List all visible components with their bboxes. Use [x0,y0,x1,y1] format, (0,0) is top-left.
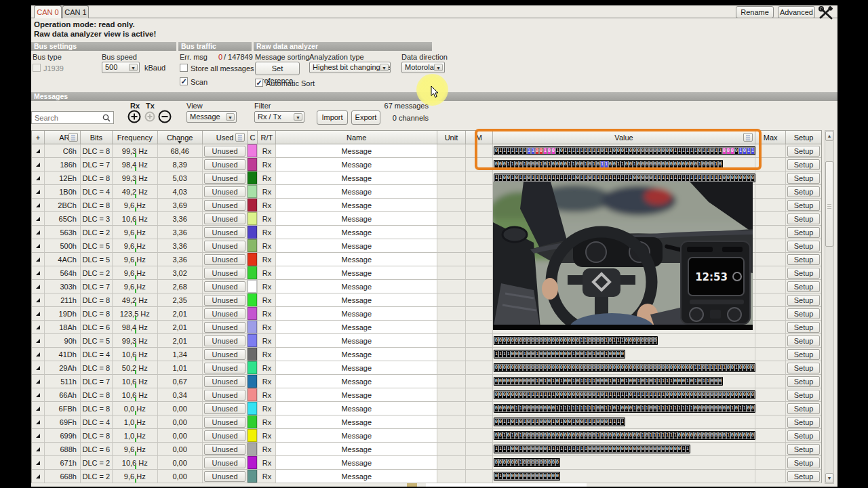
unused-button[interactable]: Unused [204,403,245,414]
scroll-up-icon[interactable]: ▲ [825,131,833,141]
unused-button[interactable]: Unused [204,308,245,319]
expander-icon[interactable] [32,456,45,470]
expander-icon[interactable] [32,321,45,334]
unused-button[interactable]: Unused [204,254,245,265]
color-swatch[interactable] [248,334,258,348]
color-swatch[interactable] [248,307,258,321]
color-swatch[interactable] [248,239,258,253]
arb-filter-icon[interactable] [68,133,78,142]
color-swatch[interactable] [248,144,258,158]
unused-button[interactable]: Unused [204,227,245,238]
unused-button[interactable]: Unused [204,390,245,401]
setup-button[interactable]: Setup [787,214,820,224]
tab-can1[interactable]: CAN 1 [62,5,89,18]
j1939-checkbox[interactable] [33,64,41,72]
color-swatch[interactable] [248,361,258,375]
unused-button[interactable]: Unused [204,336,245,346]
message-name[interactable]: Message [276,415,437,429]
message-name[interactable]: Message [276,388,437,402]
setup-button[interactable]: Setup [787,281,820,292]
message-name[interactable]: Message [276,334,437,348]
setup-button[interactable]: Setup [787,336,820,346]
col-arb[interactable]: ARB. [45,131,81,144]
col-expand[interactable]: + [32,131,45,144]
expander-icon[interactable] [32,415,45,429]
expander-icon[interactable] [32,253,45,266]
unused-button[interactable]: Unused [204,417,245,428]
setup-button[interactable]: Setup [787,308,820,319]
col-frequency[interactable]: Frequency [113,131,158,144]
expander-icon[interactable] [32,266,45,280]
message-name[interactable]: Message [276,212,437,226]
unused-button[interactable]: Unused [204,376,245,387]
col-used[interactable]: Used [203,131,248,144]
expander-icon[interactable] [32,280,45,293]
search-input[interactable] [35,113,102,123]
scrollbar-thumb[interactable] [825,161,833,247]
used-filter-icon[interactable] [235,133,245,142]
unused-button[interactable]: Unused [204,363,245,373]
unused-button[interactable]: Unused [204,159,245,170]
col-color[interactable]: C [248,131,258,144]
color-swatch[interactable] [248,443,258,456]
setup-button[interactable]: Setup [787,322,820,333]
expander-icon[interactable] [32,402,45,415]
expander-icon[interactable] [32,185,45,199]
expander-icon[interactable] [32,429,45,443]
tools-icon[interactable] [818,5,835,21]
color-swatch[interactable] [248,321,258,334]
message-name[interactable]: Message [276,199,437,212]
expander-icon[interactable] [32,443,45,456]
message-name[interactable]: Message [276,375,437,388]
scan-checkbox[interactable]: ✓ [180,77,188,85]
analyzation-type-select[interactable]: Highest bit changing freq ▼ [309,62,391,73]
col-rt[interactable]: R/T [258,131,276,144]
color-swatch[interactable] [248,280,258,293]
color-swatch[interactable] [248,158,258,171]
setup-button[interactable]: Setup [787,430,820,441]
color-swatch[interactable] [248,293,258,307]
table-row[interactable]: 66AhDLC = 810,6 Hz0,34UnusedRxMessage000… [32,388,821,402]
setup-button[interactable]: Setup [787,241,820,251]
message-name[interactable]: Message [276,144,437,158]
unused-button[interactable]: Unused [204,241,245,251]
expander-icon[interactable] [32,470,45,483]
col-name[interactable]: Name [276,131,437,144]
message-name[interactable]: Message [276,226,437,239]
setup-button[interactable]: Setup [787,376,820,387]
unused-button[interactable]: Unused [204,295,245,306]
unused-button[interactable]: Unused [204,444,245,455]
message-name[interactable]: Message [276,470,437,483]
unused-button[interactable]: Unused [204,268,245,279]
import-button[interactable]: Import [317,110,348,125]
setup-button[interactable]: Setup [787,363,820,373]
message-name[interactable]: Message [276,361,437,375]
unused-button[interactable]: Unused [204,349,245,360]
unused-button[interactable]: Unused [204,200,245,211]
unused-button[interactable]: Unused [204,430,245,441]
expander-icon[interactable] [32,375,45,388]
color-swatch[interactable] [248,429,258,443]
setup-button[interactable]: Setup [787,295,820,306]
expander-icon[interactable] [32,348,45,361]
store-all-checkbox[interactable] [180,64,188,72]
unused-button[interactable]: Unused [204,322,245,333]
color-swatch[interactable] [248,199,258,212]
setup-button[interactable]: Setup [787,417,820,428]
color-swatch[interactable] [248,388,258,402]
unused-button[interactable]: Unused [204,281,245,292]
bus-speed-select[interactable]: 500 ▼ [102,62,140,73]
color-swatch[interactable] [248,266,258,280]
setup-button[interactable]: Setup [787,268,820,279]
setup-button[interactable]: Setup [787,227,820,238]
unused-button[interactable]: Unused [204,214,245,224]
message-name[interactable]: Message [276,239,437,253]
expander-icon[interactable] [32,199,45,212]
tab-can0[interactable]: CAN 0 [34,5,62,18]
filter-select[interactable]: Rx / Tx ▼ [254,111,304,123]
expander-icon[interactable] [32,388,45,402]
col-change[interactable]: Change [158,131,203,144]
color-swatch[interactable] [248,402,258,415]
color-swatch[interactable] [248,226,258,239]
expander-icon[interactable] [32,361,45,375]
